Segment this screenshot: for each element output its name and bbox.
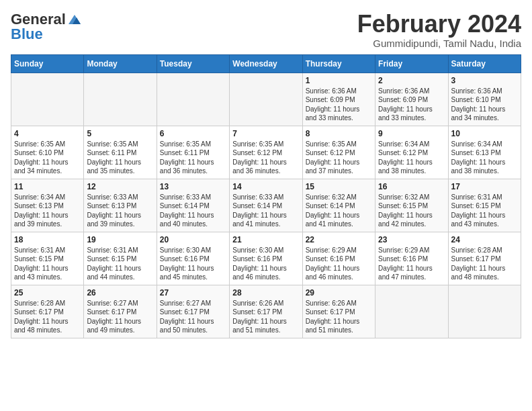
- day-info: Sunrise: 6:31 AM Sunset: 6:15 PM Dayligh…: [451, 193, 518, 229]
- day-info: Sunrise: 6:29 AM Sunset: 6:16 PM Dayligh…: [306, 246, 372, 282]
- day-info: Sunrise: 6:26 AM Sunset: 6:17 PM Dayligh…: [232, 299, 299, 335]
- calendar-cell: [84, 73, 157, 126]
- day-number: 23: [378, 235, 445, 244]
- day-number: 28: [232, 288, 299, 298]
- day-info: Sunrise: 6:36 AM Sunset: 6:09 PM Dayligh…: [378, 87, 445, 123]
- calendar-week-row: 1Sunrise: 6:36 AM Sunset: 6:09 PM Daylig…: [11, 73, 521, 126]
- calendar-cell: 8Sunrise: 6:35 AM Sunset: 6:12 PM Daylig…: [302, 126, 375, 179]
- calendar-cell: 24Sunrise: 6:28 AM Sunset: 6:17 PM Dayli…: [448, 232, 521, 285]
- calendar-title: February 2024: [357, 11, 521, 38]
- weekday-header: Monday: [84, 54, 157, 73]
- calendar-cell: 23Sunrise: 6:29 AM Sunset: 6:16 PM Dayli…: [375, 232, 448, 285]
- day-info: Sunrise: 6:35 AM Sunset: 6:12 PM Dayligh…: [232, 140, 299, 176]
- calendar-cell: 3Sunrise: 6:36 AM Sunset: 6:10 PM Daylig…: [448, 73, 521, 126]
- day-number: 15: [306, 182, 372, 191]
- day-number: 9: [378, 129, 445, 138]
- calendar-cell: 25Sunrise: 6:28 AM Sunset: 6:17 PM Dayli…: [11, 285, 84, 338]
- calendar-cell: 11Sunrise: 6:34 AM Sunset: 6:13 PM Dayli…: [11, 179, 84, 232]
- calendar-cell: [157, 73, 229, 126]
- day-number: 24: [451, 235, 518, 244]
- title-area: February 2024 Gummidipundi, Tamil Nadu, …: [357, 11, 521, 49]
- calendar-cell: [230, 73, 302, 126]
- day-info: Sunrise: 6:30 AM Sunset: 6:16 PM Dayligh…: [160, 246, 226, 282]
- calendar-week-row: 4Sunrise: 6:35 AM Sunset: 6:10 PM Daylig…: [11, 126, 521, 179]
- calendar-cell: 26Sunrise: 6:27 AM Sunset: 6:17 PM Dayli…: [84, 285, 157, 338]
- day-number: 16: [378, 182, 445, 191]
- day-info: Sunrise: 6:30 AM Sunset: 6:16 PM Dayligh…: [232, 246, 299, 282]
- day-number: 5: [87, 129, 153, 138]
- day-info: Sunrise: 6:35 AM Sunset: 6:11 PM Dayligh…: [160, 140, 226, 176]
- day-info: Sunrise: 6:31 AM Sunset: 6:15 PM Dayligh…: [87, 246, 153, 282]
- calendar-cell: 22Sunrise: 6:29 AM Sunset: 6:16 PM Dayli…: [302, 232, 375, 285]
- day-info: Sunrise: 6:36 AM Sunset: 6:10 PM Dayligh…: [451, 87, 518, 123]
- calendar-cell: 7Sunrise: 6:35 AM Sunset: 6:12 PM Daylig…: [230, 126, 302, 179]
- calendar-cell: [375, 285, 448, 338]
- calendar-week-row: 18Sunrise: 6:31 AM Sunset: 6:15 PM Dayli…: [11, 232, 521, 285]
- calendar-cell: 20Sunrise: 6:30 AM Sunset: 6:16 PM Dayli…: [157, 232, 229, 285]
- calendar-cell: 28Sunrise: 6:26 AM Sunset: 6:17 PM Dayli…: [230, 285, 302, 338]
- calendar-cell: 19Sunrise: 6:31 AM Sunset: 6:15 PM Dayli…: [84, 232, 157, 285]
- calendar-cell: [11, 73, 84, 126]
- weekday-header: Friday: [375, 54, 448, 73]
- calendar-cell: 14Sunrise: 6:33 AM Sunset: 6:14 PM Dayli…: [230, 179, 302, 232]
- calendar-cell: 12Sunrise: 6:33 AM Sunset: 6:13 PM Dayli…: [84, 179, 157, 232]
- calendar-cell: 21Sunrise: 6:30 AM Sunset: 6:16 PM Dayli…: [230, 232, 302, 285]
- day-number: 1: [306, 76, 372, 85]
- calendar-cell: 9Sunrise: 6:34 AM Sunset: 6:12 PM Daylig…: [375, 126, 448, 179]
- weekday-header: Tuesday: [157, 54, 229, 73]
- calendar-cell: [448, 285, 521, 338]
- day-info: Sunrise: 6:32 AM Sunset: 6:14 PM Dayligh…: [306, 193, 372, 229]
- day-number: 21: [232, 235, 299, 244]
- calendar-cell: 6Sunrise: 6:35 AM Sunset: 6:11 PM Daylig…: [157, 126, 229, 179]
- day-info: Sunrise: 6:32 AM Sunset: 6:15 PM Dayligh…: [378, 193, 445, 229]
- day-number: 11: [14, 182, 81, 191]
- calendar-cell: 15Sunrise: 6:32 AM Sunset: 6:14 PM Dayli…: [302, 179, 375, 232]
- day-info: Sunrise: 6:29 AM Sunset: 6:16 PM Dayligh…: [378, 246, 445, 282]
- day-info: Sunrise: 6:31 AM Sunset: 6:15 PM Dayligh…: [14, 246, 81, 282]
- weekday-header: Sunday: [11, 54, 84, 73]
- calendar-cell: 18Sunrise: 6:31 AM Sunset: 6:15 PM Dayli…: [11, 232, 84, 285]
- logo-blue-text: Blue: [11, 26, 43, 43]
- day-info: Sunrise: 6:33 AM Sunset: 6:14 PM Dayligh…: [160, 193, 226, 229]
- day-number: 4: [14, 129, 81, 138]
- day-number: 6: [160, 129, 226, 138]
- logo-icon: [67, 13, 82, 26]
- day-info: Sunrise: 6:35 AM Sunset: 6:10 PM Dayligh…: [14, 140, 81, 176]
- calendar-cell: 2Sunrise: 6:36 AM Sunset: 6:09 PM Daylig…: [375, 73, 448, 126]
- day-number: 8: [306, 129, 372, 138]
- calendar-body: 1Sunrise: 6:36 AM Sunset: 6:09 PM Daylig…: [11, 73, 521, 338]
- day-info: Sunrise: 6:34 AM Sunset: 6:13 PM Dayligh…: [14, 193, 81, 229]
- day-number: 22: [306, 235, 372, 244]
- day-number: 7: [232, 129, 299, 138]
- day-number: 26: [87, 288, 153, 298]
- weekday-header: Thursday: [302, 54, 375, 73]
- day-number: 14: [232, 182, 299, 191]
- calendar-subtitle: Gummidipundi, Tamil Nadu, India: [357, 38, 521, 49]
- day-info: Sunrise: 6:26 AM Sunset: 6:17 PM Dayligh…: [306, 299, 372, 335]
- calendar-cell: 10Sunrise: 6:34 AM Sunset: 6:13 PM Dayli…: [448, 126, 521, 179]
- logo: General Blue: [11, 11, 82, 43]
- day-info: Sunrise: 6:27 AM Sunset: 6:17 PM Dayligh…: [160, 299, 226, 335]
- calendar-week-row: 11Sunrise: 6:34 AM Sunset: 6:13 PM Dayli…: [11, 179, 521, 232]
- day-number: 27: [160, 288, 226, 298]
- day-number: 20: [160, 235, 226, 244]
- day-info: Sunrise: 6:36 AM Sunset: 6:09 PM Dayligh…: [306, 87, 372, 123]
- calendar-cell: 17Sunrise: 6:31 AM Sunset: 6:15 PM Dayli…: [448, 179, 521, 232]
- calendar-cell: 4Sunrise: 6:35 AM Sunset: 6:10 PM Daylig…: [11, 126, 84, 179]
- header: General Blue February 2024 Gummidipundi,…: [11, 11, 521, 49]
- day-number: 19: [87, 235, 153, 244]
- calendar-cell: 5Sunrise: 6:35 AM Sunset: 6:11 PM Daylig…: [84, 126, 157, 179]
- calendar-cell: 16Sunrise: 6:32 AM Sunset: 6:15 PM Dayli…: [375, 179, 448, 232]
- day-number: 10: [451, 129, 518, 138]
- day-number: 25: [14, 288, 81, 298]
- day-info: Sunrise: 6:28 AM Sunset: 6:17 PM Dayligh…: [14, 299, 81, 335]
- day-info: Sunrise: 6:34 AM Sunset: 6:13 PM Dayligh…: [451, 140, 518, 176]
- day-info: Sunrise: 6:35 AM Sunset: 6:11 PM Dayligh…: [87, 140, 153, 176]
- calendar-header-row: SundayMondayTuesdayWednesdayThursdayFrid…: [11, 54, 521, 73]
- day-number: 2: [378, 76, 445, 85]
- day-number: 13: [160, 182, 226, 191]
- day-info: Sunrise: 6:33 AM Sunset: 6:13 PM Dayligh…: [87, 193, 153, 229]
- day-info: Sunrise: 6:28 AM Sunset: 6:17 PM Dayligh…: [451, 246, 518, 282]
- day-info: Sunrise: 6:34 AM Sunset: 6:12 PM Dayligh…: [378, 140, 445, 176]
- weekday-header: Wednesday: [230, 54, 302, 73]
